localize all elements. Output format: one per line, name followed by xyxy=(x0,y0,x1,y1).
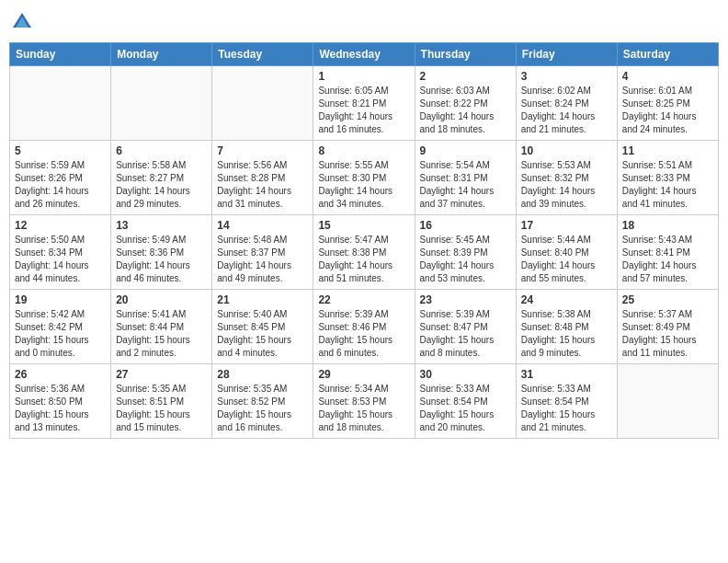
day-number: 21 xyxy=(217,293,308,306)
weekday-header-sunday: Sunday xyxy=(10,43,111,66)
calendar-cell: 9Sunrise: 5:54 AMSunset: 8:31 PMDaylight… xyxy=(415,141,516,215)
calendar-cell: 19Sunrise: 5:42 AMSunset: 8:42 PMDayligh… xyxy=(10,290,111,364)
day-number: 9 xyxy=(420,144,511,157)
calendar-cell: 30Sunrise: 5:33 AMSunset: 8:54 PMDayligh… xyxy=(415,364,516,439)
day-info: Sunrise: 5:54 AMSunset: 8:31 PMDaylight:… xyxy=(420,159,511,211)
day-info: Sunrise: 5:47 AMSunset: 8:38 PMDaylight:… xyxy=(318,234,409,285)
calendar-cell xyxy=(10,66,111,141)
calendar-cell: 11Sunrise: 5:51 AMSunset: 8:33 PMDayligh… xyxy=(617,141,718,215)
calendar-cell: 21Sunrise: 5:40 AMSunset: 8:45 PMDayligh… xyxy=(212,290,313,364)
day-info: Sunrise: 5:40 AMSunset: 8:45 PMDaylight:… xyxy=(217,308,308,360)
day-number: 23 xyxy=(420,293,511,306)
day-number: 13 xyxy=(116,219,207,232)
calendar-cell: 25Sunrise: 5:37 AMSunset: 8:49 PMDayligh… xyxy=(617,290,718,364)
calendar-week-4: 26Sunrise: 5:36 AMSunset: 8:50 PMDayligh… xyxy=(10,364,719,439)
calendar-cell: 1Sunrise: 6:05 AMSunset: 8:21 PMDaylight… xyxy=(313,66,415,141)
day-number: 31 xyxy=(521,368,612,381)
calendar-cell xyxy=(617,364,718,439)
calendar-week-0: 1Sunrise: 6:05 AMSunset: 8:21 PMDaylight… xyxy=(10,66,719,141)
day-number: 30 xyxy=(420,368,511,381)
day-info: Sunrise: 5:33 AMSunset: 8:54 PMDaylight:… xyxy=(521,383,612,434)
day-number: 2 xyxy=(420,70,511,83)
day-number: 24 xyxy=(521,293,612,306)
day-number: 29 xyxy=(318,368,409,381)
calendar-cell: 31Sunrise: 5:33 AMSunset: 8:54 PMDayligh… xyxy=(516,364,617,439)
day-info: Sunrise: 5:37 AMSunset: 8:49 PMDaylight:… xyxy=(622,308,713,360)
calendar-cell: 26Sunrise: 5:36 AMSunset: 8:50 PMDayligh… xyxy=(10,364,111,439)
logo-icon xyxy=(9,9,35,35)
calendar-table: SundayMondayTuesdayWednesdayThursdayFrid… xyxy=(9,42,719,439)
day-info: Sunrise: 6:05 AMSunset: 8:21 PMDaylight:… xyxy=(318,85,409,136)
calendar-cell: 15Sunrise: 5:47 AMSunset: 8:38 PMDayligh… xyxy=(313,215,415,290)
day-info: Sunrise: 5:50 AMSunset: 8:34 PMDaylight:… xyxy=(15,234,106,285)
calendar-cell: 5Sunrise: 5:59 AMSunset: 8:26 PMDaylight… xyxy=(10,141,111,215)
day-number: 27 xyxy=(116,368,207,381)
calendar-cell: 22Sunrise: 5:39 AMSunset: 8:46 PMDayligh… xyxy=(313,290,415,364)
day-info: Sunrise: 5:48 AMSunset: 8:37 PMDaylight:… xyxy=(217,234,308,285)
day-info: Sunrise: 5:51 AMSunset: 8:33 PMDaylight:… xyxy=(622,159,713,211)
day-number: 28 xyxy=(217,368,308,381)
day-number: 6 xyxy=(116,144,207,157)
day-info: Sunrise: 5:41 AMSunset: 8:44 PMDaylight:… xyxy=(116,308,207,360)
day-info: Sunrise: 5:33 AMSunset: 8:54 PMDaylight:… xyxy=(420,383,511,434)
day-number: 8 xyxy=(318,144,409,157)
weekday-header-monday: Monday xyxy=(111,43,212,66)
day-number: 18 xyxy=(622,219,713,232)
calendar-cell: 13Sunrise: 5:49 AMSunset: 8:36 PMDayligh… xyxy=(111,215,212,290)
day-info: Sunrise: 5:56 AMSunset: 8:28 PMDaylight:… xyxy=(217,159,308,211)
calendar-cell: 23Sunrise: 5:39 AMSunset: 8:47 PMDayligh… xyxy=(415,290,516,364)
calendar-cell: 14Sunrise: 5:48 AMSunset: 8:37 PMDayligh… xyxy=(212,215,313,290)
day-number: 16 xyxy=(420,219,511,232)
day-number: 14 xyxy=(217,219,308,232)
day-number: 25 xyxy=(622,293,713,306)
weekday-header-saturday: Saturday xyxy=(617,43,718,66)
day-number: 17 xyxy=(521,219,612,232)
calendar-cell xyxy=(212,66,313,141)
calendar-body: 1Sunrise: 6:05 AMSunset: 8:21 PMDaylight… xyxy=(10,66,719,439)
day-info: Sunrise: 5:34 AMSunset: 8:53 PMDaylight:… xyxy=(318,383,409,434)
weekday-header-thursday: Thursday xyxy=(415,43,516,66)
day-info: Sunrise: 6:01 AMSunset: 8:25 PMDaylight:… xyxy=(622,85,713,136)
day-number: 22 xyxy=(318,293,409,306)
calendar-header-row: SundayMondayTuesdayWednesdayThursdayFrid… xyxy=(10,43,719,66)
calendar-cell: 7Sunrise: 5:56 AMSunset: 8:28 PMDaylight… xyxy=(212,141,313,215)
day-number: 3 xyxy=(521,70,612,83)
day-info: Sunrise: 5:44 AMSunset: 8:40 PMDaylight:… xyxy=(521,234,612,285)
day-info: Sunrise: 5:58 AMSunset: 8:27 PMDaylight:… xyxy=(116,159,207,211)
day-info: Sunrise: 5:53 AMSunset: 8:32 PMDaylight:… xyxy=(521,159,612,211)
weekday-header-friday: Friday xyxy=(516,43,617,66)
calendar-cell: 24Sunrise: 5:38 AMSunset: 8:48 PMDayligh… xyxy=(516,290,617,364)
calendar-cell: 16Sunrise: 5:45 AMSunset: 8:39 PMDayligh… xyxy=(415,215,516,290)
day-info: Sunrise: 5:39 AMSunset: 8:46 PMDaylight:… xyxy=(318,308,409,360)
page: SundayMondayTuesdayWednesdayThursdayFrid… xyxy=(0,0,728,563)
calendar-week-2: 12Sunrise: 5:50 AMSunset: 8:34 PMDayligh… xyxy=(10,215,719,290)
day-info: Sunrise: 6:02 AMSunset: 8:24 PMDaylight:… xyxy=(521,85,612,136)
day-info: Sunrise: 5:45 AMSunset: 8:39 PMDaylight:… xyxy=(420,234,511,285)
day-info: Sunrise: 6:03 AMSunset: 8:22 PMDaylight:… xyxy=(420,85,511,136)
day-number: 19 xyxy=(15,293,106,306)
logo xyxy=(9,9,39,35)
day-info: Sunrise: 5:35 AMSunset: 8:52 PMDaylight:… xyxy=(217,383,308,434)
calendar-cell: 8Sunrise: 5:55 AMSunset: 8:30 PMDaylight… xyxy=(313,141,415,215)
day-number: 20 xyxy=(116,293,207,306)
weekday-header-tuesday: Tuesday xyxy=(212,43,313,66)
calendar-cell: 3Sunrise: 6:02 AMSunset: 8:24 PMDaylight… xyxy=(516,66,617,141)
calendar-cell: 10Sunrise: 5:53 AMSunset: 8:32 PMDayligh… xyxy=(516,141,617,215)
day-number: 10 xyxy=(521,144,612,157)
calendar-cell: 4Sunrise: 6:01 AMSunset: 8:25 PMDaylight… xyxy=(617,66,718,141)
day-number: 26 xyxy=(15,368,106,381)
calendar-cell: 2Sunrise: 6:03 AMSunset: 8:22 PMDaylight… xyxy=(415,66,516,141)
calendar-cell: 27Sunrise: 5:35 AMSunset: 8:51 PMDayligh… xyxy=(111,364,212,439)
day-info: Sunrise: 5:43 AMSunset: 8:41 PMDaylight:… xyxy=(622,234,713,285)
day-number: 11 xyxy=(622,144,713,157)
calendar-week-1: 5Sunrise: 5:59 AMSunset: 8:26 PMDaylight… xyxy=(10,141,719,215)
day-number: 7 xyxy=(217,144,308,157)
day-info: Sunrise: 5:42 AMSunset: 8:42 PMDaylight:… xyxy=(15,308,106,360)
day-number: 15 xyxy=(318,219,409,232)
day-info: Sunrise: 5:39 AMSunset: 8:47 PMDaylight:… xyxy=(420,308,511,360)
calendar-cell xyxy=(111,66,212,141)
calendar-cell: 29Sunrise: 5:34 AMSunset: 8:53 PMDayligh… xyxy=(313,364,415,439)
calendar-cell: 18Sunrise: 5:43 AMSunset: 8:41 PMDayligh… xyxy=(617,215,718,290)
calendar-cell: 17Sunrise: 5:44 AMSunset: 8:40 PMDayligh… xyxy=(516,215,617,290)
day-info: Sunrise: 5:59 AMSunset: 8:26 PMDaylight:… xyxy=(15,159,106,211)
